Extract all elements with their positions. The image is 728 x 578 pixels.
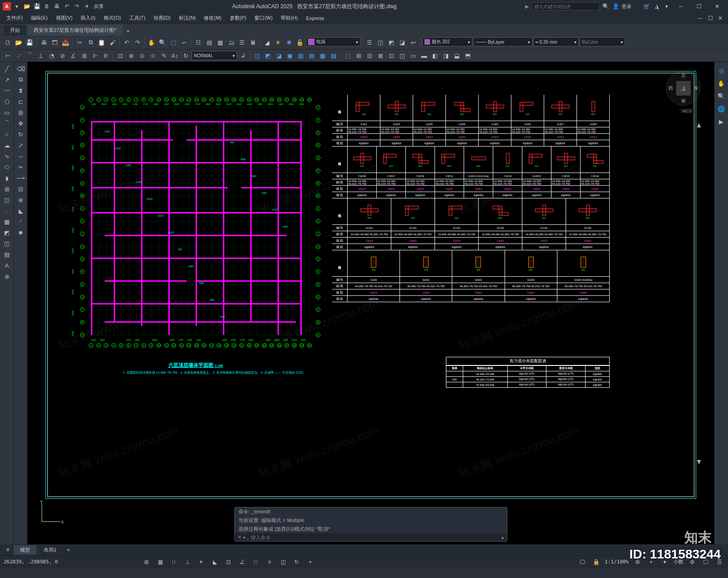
layeriso-icon[interactable]: ◫ (375, 37, 385, 47)
mirror-icon[interactable]: ⧗ (16, 86, 26, 96)
menu-param[interactable]: 参数(P) (226, 14, 250, 22)
navbar-arrow-up-icon[interactable]: ▲ (695, 121, 703, 129)
cmd-close-icon[interactable]: ✕ (238, 534, 242, 540)
chamfer-icon[interactable]: ◣ (16, 206, 26, 216)
properties-icon[interactable]: ☷ (193, 37, 203, 47)
c1-icon[interactable]: ⬚ (343, 51, 353, 61)
2dosnap-icon[interactable]: □ (251, 558, 261, 567)
dim-cont-icon[interactable]: ⊪ (101, 51, 111, 61)
viewcube-face[interactable]: 上 (676, 81, 691, 96)
tab-document[interactable]: 西安市某27层剪力墙住宅结构设计图* (27, 25, 123, 35)
osnap-icon[interactable]: ⊡ (223, 558, 233, 567)
sun-icon[interactable]: ☀ (273, 37, 283, 47)
showmotion-icon[interactable]: ▶ (716, 117, 726, 127)
jog-icon[interactable]: ⦶ (148, 51, 158, 61)
c8-icon[interactable]: ▬ (419, 51, 429, 61)
app-logo[interactable]: A (3, 2, 11, 10)
qat-share-icon[interactable]: ✈ (83, 2, 91, 10)
point-icon[interactable]: · (2, 206, 12, 216)
menu-draw[interactable]: 绘图(D) (150, 14, 174, 22)
dim-linear-icon[interactable]: ⊢ (3, 51, 13, 61)
dimstyle-combo[interactable]: NORMAL▾ (192, 51, 237, 60)
layer-icon[interactable]: ◢ (262, 37, 272, 47)
explode-icon[interactable]: ✸ (16, 228, 26, 238)
layout-menu-icon[interactable]: ≡ (3, 545, 13, 554)
mtext-icon[interactable]: A (2, 260, 12, 270)
copy2-icon[interactable]: ⧉ (16, 75, 26, 85)
qat-open-icon[interactable]: 📂 (23, 2, 31, 10)
user-icon[interactable]: 👤 (612, 2, 620, 10)
qat-saveas-icon[interactable]: 🗎 (43, 2, 51, 10)
navzoom-icon[interactable]: 🔍 (716, 91, 726, 101)
dim-aligned-icon[interactable]: ⟋ (14, 51, 24, 61)
viewcube-north[interactable]: 北 (681, 72, 686, 79)
grid-icon[interactable]: ▦ (155, 558, 165, 567)
dimtedit-icon[interactable]: A↕ (170, 51, 180, 61)
toolpalette-icon[interactable]: ▦ (215, 37, 225, 47)
dim-angle-icon[interactable]: ∠ (68, 51, 78, 61)
pline-icon[interactable]: 〰 (2, 86, 12, 96)
qat-plot-icon[interactable]: 🖶 (53, 2, 61, 10)
lock-icon[interactable]: 🔓 (295, 37, 305, 47)
qcalc-icon[interactable]: 🖩 (248, 37, 258, 47)
layeroff-icon[interactable]: ◩ (386, 37, 396, 47)
c10-icon[interactable]: ◨ (441, 51, 451, 61)
region-icon[interactable]: ◫ (2, 238, 12, 248)
menu-tools[interactable]: 工具(T) (126, 14, 149, 22)
quickprops-icon[interactable]: 🖵 (577, 558, 587, 567)
menu-view[interactable]: 视图(V) (52, 14, 76, 22)
dim-dia-icon[interactable]: ⊘ (57, 51, 67, 61)
command-input[interactable] (251, 535, 501, 540)
otrack-icon[interactable]: ∠ (237, 558, 247, 567)
annoscale-icon[interactable]: 🔒 (591, 558, 601, 567)
hatch-icon[interactable]: ▦ (2, 217, 12, 227)
qat-undo-icon[interactable]: ↶ (63, 2, 71, 10)
preview-icon[interactable]: 🗔 (50, 37, 60, 47)
join-icon[interactable]: ⊕ (16, 195, 26, 205)
inspect-icon[interactable]: ⊙ (137, 51, 147, 61)
array-icon[interactable]: ⊞ (16, 107, 26, 117)
menu-insert[interactable]: 插入(I) (77, 14, 99, 22)
polygon-icon[interactable]: ⬠ (2, 96, 12, 106)
minimize-button[interactable]: ─ (672, 1, 689, 11)
b4-icon[interactable]: ▣ (285, 51, 295, 61)
zoom-window-icon[interactable]: ⬚ (168, 37, 178, 47)
c12-icon[interactable]: ⬒ (463, 51, 473, 61)
trim-icon[interactable]: ✂ (16, 162, 26, 172)
tab-model[interactable]: 模型 (14, 545, 36, 555)
pan-icon[interactable]: ✋ (147, 37, 157, 47)
dimstyle-icon[interactable]: ↲ (238, 51, 248, 61)
centermark-icon[interactable]: ⊕ (126, 51, 136, 61)
rect-icon[interactable]: ▭ (2, 107, 12, 117)
cut-icon[interactable]: ✂ (75, 37, 85, 47)
c4-icon[interactable]: ⊠ (375, 51, 385, 61)
c5-icon[interactable]: ⊡ (386, 51, 396, 61)
tab-layout1[interactable]: 布局1 (37, 545, 63, 555)
menu-dim[interactable]: 标注(N) (175, 14, 199, 22)
menu-help[interactable]: 帮助(H) (277, 14, 301, 22)
menu-express[interactable]: Express (302, 15, 328, 22)
layermgr-icon[interactable]: ☰ (364, 37, 374, 47)
ellipse-icon[interactable]: ⬭ (2, 162, 12, 172)
menu-window[interactable]: 窗口(W) (251, 14, 276, 22)
table-icon[interactable]: ▤ (2, 249, 12, 259)
open-icon[interactable]: 📂 (14, 37, 24, 47)
dimupdate-icon[interactable]: ↻ (181, 51, 191, 61)
break-icon[interactable]: ⊟ (16, 184, 26, 194)
markup-icon[interactable]: ☰ (237, 37, 247, 47)
c11-icon[interactable]: ⬓ (452, 51, 462, 61)
paste-icon[interactable]: 📋 (96, 37, 106, 47)
navorbit-icon[interactable]: 🌐 (716, 104, 726, 114)
dim-base-icon[interactable]: ⊩ (90, 51, 100, 61)
b8-icon[interactable]: ▧ (329, 51, 339, 61)
dim-ord-icon[interactable]: ⊥ (35, 51, 46, 61)
b3-icon[interactable]: ◪ (274, 51, 284, 61)
gradient-icon[interactable]: ◩ (2, 228, 12, 238)
line-icon[interactable]: ╱ (2, 64, 12, 74)
designcenter-icon[interactable]: ▤ (204, 37, 214, 47)
color-combo[interactable]: 颜色 202 ▾ (422, 37, 472, 46)
c6-icon[interactable]: ◫ (397, 51, 407, 61)
circle-icon[interactable]: ○ (2, 129, 12, 139)
offset-icon[interactable]: ⊏ (16, 96, 26, 106)
ellipsearc-icon[interactable]: ◗ (2, 173, 12, 183)
